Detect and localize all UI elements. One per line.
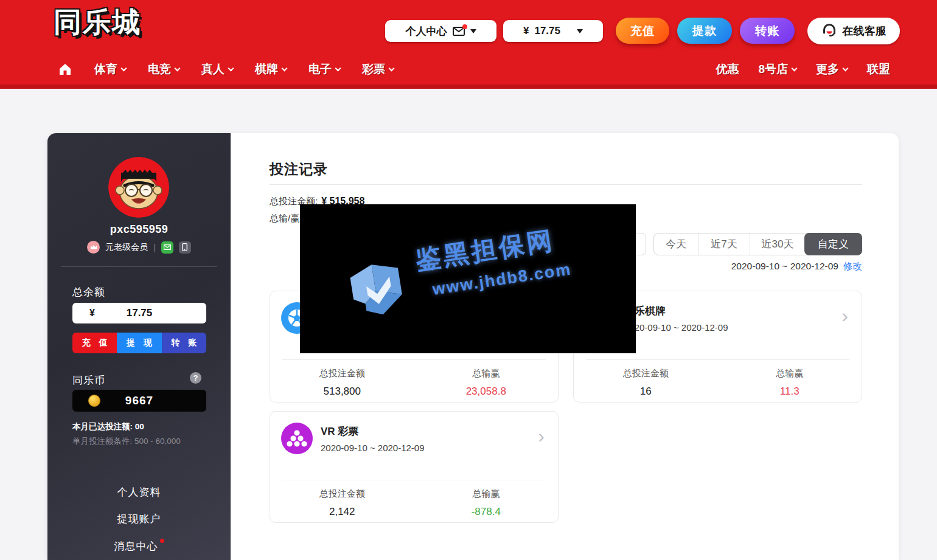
stat-bet-value: 513,800 [270,385,414,398]
card-vr-lottery[interactable]: VR 彩票 2020-09-10 ~ 2020-12-09 › 总投注金额 2,… [270,411,559,523]
vr-lottery-icon [281,423,313,454]
main-nav: 体育 电竞 真人 棋牌 电子 彩票 [58,61,394,77]
coin-label: 同乐币 [72,373,105,387]
card-title: VR 彩票 [321,426,358,437]
stat-bet-value: 2,142 [270,506,414,518]
page-title: 投注记录 [270,160,328,179]
chevron-right-icon: › [538,423,545,449]
help-icon[interactable]: ? [190,372,201,384]
nav-slots[interactable]: 电子 [308,61,340,77]
transfer-button[interactable]: 转账 [740,18,795,44]
site-header: 同乐城 个人中心 ¥ 17.75 充值 提款 转账 在线客服 体育 电竞 真 [0,0,937,89]
date-range-line: 2020-09-10 ~ 2020-12-09修改 [731,260,862,273]
watermark-overlay: 鉴黑担保网 www.jhdb8.com [300,204,636,353]
sidebar-item-message-center[interactable]: 消息中心 [47,539,231,553]
crown-icon [87,241,100,254]
home-icon [58,62,72,77]
card-date: 2020-09-10 ~ 2020-12-09 [624,322,728,333]
online-service-label: 在线客服 [843,24,886,38]
balance-amount: 17.75 [534,25,560,37]
stat-winloss-label: 总输赢 [414,488,559,500]
badge-separator: | [153,242,156,252]
card-divider [282,359,546,360]
withdraw-button[interactable]: 提款 [677,18,732,44]
total-winloss-line: 总输/赢 [270,213,299,224]
filter-tab-today[interactable]: 今天 [654,233,698,255]
secondary-nav: 优惠 8号店 更多 联盟 [716,61,890,77]
stat-winloss-value: -878.4 [414,506,559,518]
sidebar-item-withdraw-account[interactable]: 提现账户 [47,512,231,526]
verified-phone-icon[interactable] [179,241,191,254]
date-filter-tabs: 今天 近7天 近30天 自定义 [653,233,862,255]
card-date: 2020-09-10 ~ 2020-12-09 [321,443,425,453]
modify-link[interactable]: 修改 [843,261,862,271]
currency-symbol: ¥ [523,25,529,37]
sidebar-divider [61,266,217,267]
chevron-down-icon [389,65,395,71]
chevron-down-icon [282,65,288,71]
nav-shop8[interactable]: 8号店 [758,61,796,77]
site-logo[interactable]: 同乐城 [54,4,141,41]
nav-sports[interactable]: 体育 [94,61,126,77]
filter-tab-custom[interactable]: 自定义 [804,233,862,255]
chevron-down-icon [175,65,181,71]
sidebar-actions: 充 值 提 现 转 账 [72,333,206,353]
username: pxc595959 [47,223,231,236]
member-level: 元老级会员 [105,242,148,253]
header-balance-dropdown[interactable]: ¥ 17.75 [503,20,603,42]
stat-bet-label: 总投注金额 [270,488,414,500]
month-bet-value: 00 [135,422,144,431]
nav-lottery[interactable]: 彩票 [362,61,394,77]
filter-tab-30days[interactable]: 近30天 [750,233,805,255]
currency-symbol: ¥ [89,308,95,319]
avatar[interactable] [108,157,169,218]
filter-tab-7days[interactable]: 近7天 [698,233,750,255]
chevron-down-icon [121,65,127,71]
title-divider [270,184,862,185]
personal-center-label: 个人中心 [406,24,447,38]
stat-winloss-label: 总输赢 [718,368,862,379]
unread-dot [160,539,164,543]
total-balance-label: 总余额 [72,285,105,299]
recharge-button[interactable]: 充值 [616,18,669,44]
card-divider [282,480,546,480]
verified-email-icon[interactable] [161,241,173,254]
month-bet-line: 本月已达投注额: 00 [72,421,144,432]
card-divider [586,359,849,360]
nav-home[interactable] [58,62,72,77]
profile-sidebar: pxc595959 元老级会员 | 总余额 ¥ 17.75 充 值 提 现 转 … [47,133,231,560]
nav-board-games[interactable]: 棋牌 [255,61,287,77]
chevron-down-icon [843,65,849,71]
stat-bet-label: 总投注金额 [574,368,718,379]
watermark-logo [336,247,419,330]
sidebar-transfer-button[interactable]: 转 账 [162,333,206,353]
notification-dot [462,24,467,29]
total-balance-field[interactable]: ¥ 17.75 [72,303,206,323]
nav-promotions[interactable]: 优惠 [716,61,739,77]
nav-esports[interactable]: 电竞 [148,61,179,77]
nav-live[interactable]: 真人 [201,61,233,77]
member-badges: 元老级会员 | [47,241,231,254]
date-range: 2020-09-10 ~ 2020-12-09 [731,261,838,271]
stat-winloss-value: 11.3 [718,385,862,398]
chevron-down-icon [228,65,234,71]
stat-winloss-value: 23,058.8 [414,385,559,398]
coin-icon [88,395,100,407]
online-service-button[interactable]: 在线客服 [807,18,900,44]
nav-more[interactable]: 更多 [816,61,848,77]
watermark-text: 鉴黑担保网 www.jhdb8.com [413,221,573,301]
month-condition-value: 500 - 60,000 [134,437,181,446]
mail-icon [453,27,465,36]
sidebar-recharge-button[interactable]: 充 值 [72,333,117,353]
sidebar-withdraw-button[interactable]: 提 现 [117,333,161,353]
sidebar-item-profile[interactable]: 个人资料 [47,485,231,499]
stat-winloss-label: 总输赢 [414,368,559,379]
headset-icon [821,22,837,41]
chevron-down-icon [335,65,341,71]
nav-alliance[interactable]: 联盟 [867,61,890,77]
chevron-down-icon [470,29,476,33]
personal-center-button[interactable]: 个人中心 [385,20,496,42]
stat-bet-value: 16 [574,385,718,398]
chevron-right-icon: › [841,302,848,329]
chevron-down-icon [577,29,583,33]
